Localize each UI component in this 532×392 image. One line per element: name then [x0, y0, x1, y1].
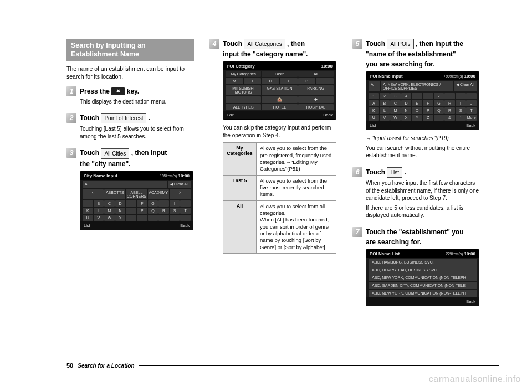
opt-my-categories: My Categories [223, 143, 257, 175]
step5-main: Touch All POIs , then input the "name of… [366, 39, 480, 69]
screen3-title: City Name Input [84, 173, 117, 178]
step1-main: Press the ✖ key. [80, 86, 194, 96]
all-cities-button: All Cities [101, 148, 129, 159]
step2-sub: Touching [Last 5] allows you to select f… [80, 125, 194, 140]
page-number: 50 [66, 362, 73, 369]
opt-last5: Last 5 [223, 175, 257, 200]
step-7: 7 Touch the "establishment" you are sear… [352, 227, 480, 311]
step-5: 5 Touch All POIs , then input the "name … [352, 39, 480, 162]
intro-text: The name of an establishment can be inpu… [66, 65, 194, 80]
step-6: 6 Touch List . When you have input the f… [352, 167, 480, 221]
step7-main: Touch the "establishment" you are search… [366, 227, 480, 247]
navi-key-icon: ✖ [111, 87, 125, 95]
step5-sub: You can search without inputting the ent… [366, 145, 480, 159]
step-number-3: 3 [66, 148, 76, 158]
step-number-2: 2 [66, 113, 76, 123]
screen5-title: POI Name Input [370, 74, 403, 79]
step1-sub: This displays the destination menu. [80, 98, 194, 106]
column-3: 5 Touch All POIs , then input the "name … [352, 39, 480, 316]
step-number-1: 1 [66, 86, 76, 96]
step3-main: Touch All Cities , then input the "city … [80, 148, 194, 168]
step6-sub2: If there are 5 or less candidates, a lis… [366, 204, 480, 219]
page-footer: 50 Search for a Location [66, 362, 499, 369]
poi-name-input-screen: POI Name Input +999item(s) 10:00 A| A, N… [366, 71, 479, 130]
step-3: 3 Touch All Cities , then input the "cit… [66, 148, 194, 234]
step4-sub: You can skip the category input and perf… [223, 124, 337, 139]
step-number-7: 7 [352, 227, 362, 237]
step5-ref: →"Input assist for searches"(P19) [366, 135, 480, 142]
section-title-line1: Search by Inputting an [71, 42, 190, 50]
screen7-title: POI Name List [370, 251, 400, 256]
step6-sub1: When you have input the first few charac… [366, 179, 480, 202]
category-option-table: My CategoriesAllows you to select from t… [223, 142, 336, 254]
list-button: List [387, 167, 402, 178]
column-2: 4 Touch All Categories , then input the … [209, 39, 337, 316]
section-title-line2: Establishment Name [71, 50, 190, 59]
all-categories-button: All Categories [244, 39, 285, 49]
all-pois-button: All POIs [387, 39, 413, 49]
step-4: 4 Touch All Categories , then input the … [209, 39, 337, 254]
section-header: Search by Inputting an Establishment Nam… [66, 39, 194, 61]
footer-rule [139, 365, 499, 366]
screen4-title: POI Category [227, 64, 255, 69]
poi-name-list-screen: POI Name List 229item(s) 10:00 ABC, HAMB… [366, 249, 479, 306]
step4-main: Touch All Categories , then input the "c… [223, 39, 337, 59]
poi-category-screen: POI Category 10:00 My CategoriesLast5All… [223, 61, 336, 120]
city-name-input-screen: City Name Input 195item(s) 10:00 A| ◀ Cl… [80, 171, 193, 230]
footer-section: Search for a Location [78, 363, 134, 369]
step-number-5: 5 [352, 39, 362, 49]
content-columns: Search by Inputting an Establishment Nam… [66, 39, 499, 316]
step-1: 1 Press the ✖ key. This displays the des… [66, 86, 194, 108]
step-2: 2 Touch Point of Interest . Touching [La… [66, 113, 194, 142]
step-number-4: 4 [209, 39, 219, 49]
step2-main: Touch Point of Interest . [80, 113, 194, 123]
column-1: Search by Inputting an Establishment Nam… [66, 39, 194, 316]
screen3-input: A| [83, 181, 167, 188]
watermark: carmanualsonline.info [429, 374, 521, 384]
step-number-6: 6 [352, 167, 362, 177]
step6-main: Touch List . [366, 167, 480, 178]
screen3-clear: ◀ Clear All [168, 181, 191, 188]
poi-button: Point of Interest [101, 113, 146, 123]
opt-all: All [223, 200, 257, 253]
